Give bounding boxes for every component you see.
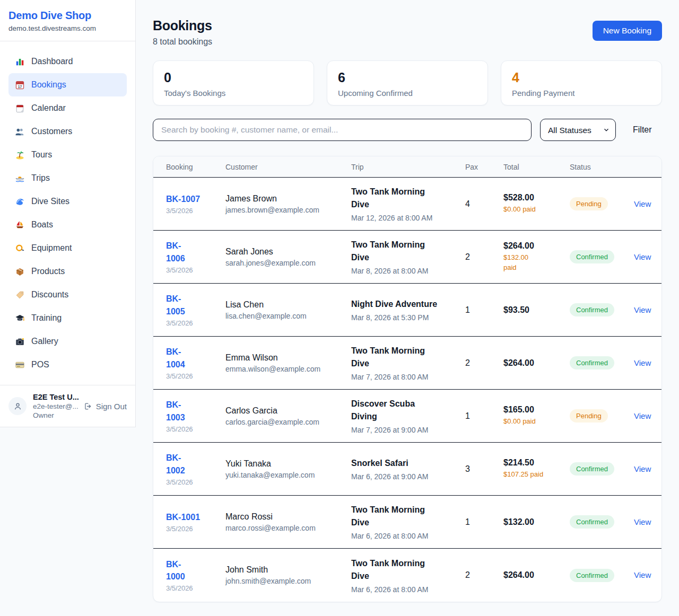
sidebar-item-trips[interactable]: Trips <box>8 166 127 190</box>
sidebar-item-label: Trips <box>31 173 50 183</box>
view-link[interactable]: View <box>634 464 651 473</box>
trip-cell: Two Tank Morning Dive Mar 12, 2026 at 8:… <box>351 186 465 222</box>
pax-count: 2 <box>465 570 503 580</box>
sidebar-item-products[interactable]: Products <box>8 260 127 283</box>
stat-label: Upcoming Confirmed <box>338 89 477 98</box>
sidebar-item-label: Tours <box>31 150 52 160</box>
trip-datetime: Mar 8, 2026 at 8:00 AM <box>351 267 465 275</box>
sidebar-item-label: Customers <box>31 127 72 136</box>
status-badge: Confirmed <box>570 515 614 529</box>
sidebar-item-boats[interactable]: Boats <box>8 213 127 236</box>
sidebar-item-label: Products <box>31 267 65 276</box>
filter-button[interactable]: Filter <box>624 125 660 135</box>
pax-count: 1 <box>465 411 503 421</box>
total-cell: $264.00 $132.00 paid <box>503 241 570 273</box>
sidebar-item-dashboard[interactable]: Dashboard <box>8 50 127 73</box>
total-cell: $264.00 <box>503 570 570 580</box>
sidebar-item-bookings[interactable]: Bookings <box>8 73 127 96</box>
total-cell: $165.00 $0.00 paid <box>503 405 570 427</box>
search-input[interactable] <box>153 119 532 141</box>
sidebar-item-tours[interactable]: Tours <box>8 143 127 166</box>
trip-cell: Snorkel Safari Mar 6, 2026 at 9:00 AM <box>351 457 465 481</box>
stat-label: Pending Payment <box>512 89 651 98</box>
user-name: E2E Test U... <box>33 393 77 401</box>
view-link[interactable]: View <box>634 517 651 526</box>
total-amount: $165.00 <box>503 405 570 415</box>
booking-date: 3/5/2026 <box>166 425 225 433</box>
sidebar-item-label: Bookings <box>31 80 66 90</box>
customer-cell: Sarah Jones sarah.jones@example.com <box>225 247 351 267</box>
sidebar-item-label: Dashboard <box>31 57 73 66</box>
trip-datetime: Mar 7, 2026 at 9:00 AM <box>351 426 465 434</box>
view-link[interactable]: View <box>634 252 651 261</box>
booking-id-link[interactable]: BK- 1006 <box>166 240 225 264</box>
customer-email: yuki.tanaka@example.com <box>225 471 351 479</box>
total-amount: $93.50 <box>503 305 570 315</box>
stat-card-upcoming-confirmed: 6 Upcoming Confirmed <box>327 60 488 105</box>
total-cell: $93.50 <box>503 305 570 315</box>
table-row: BK- 1004 3/5/2026 Emma Wilson emma.wilso… <box>153 337 661 390</box>
booking-id-link[interactable]: BK- 1000 <box>166 558 225 583</box>
booking-cell: BK- 1002 3/5/2026 <box>166 452 225 486</box>
sidebar-item-pos[interactable]: POS <box>8 353 127 376</box>
booking-id-link[interactable]: BK- 1002 <box>166 452 225 476</box>
trip-name: Two Tank Morning Dive <box>351 557 465 583</box>
table-row: BK- 1002 3/5/2026 Yuki Tanaka yuki.tanak… <box>153 443 661 496</box>
trip-datetime: Mar 6, 2026 at 8:00 AM <box>351 532 465 540</box>
customer-email: marco.rossi@example.com <box>225 524 351 532</box>
booking-calendar-icon <box>15 80 25 90</box>
booking-id-link[interactable]: BK-1001 <box>166 511 225 523</box>
sidebar-item-label: Dive Sites <box>31 197 69 206</box>
trip-datetime: Mar 8, 2026 at 5:30 PM <box>351 313 465 322</box>
new-booking-button[interactable]: New Booking <box>593 21 662 41</box>
calendar-icon <box>15 103 25 113</box>
booking-id-link[interactable]: BK- 1005 <box>166 293 225 317</box>
view-link[interactable]: View <box>634 358 651 367</box>
booking-cell: BK- 1006 3/5/2026 <box>166 240 225 274</box>
booking-date: 3/5/2026 <box>166 319 225 327</box>
customer-name: Marco Rossi <box>225 512 351 522</box>
table-row: BK-1007 3/5/2026 James Brown james.brown… <box>153 178 661 231</box>
camera-icon <box>15 337 25 347</box>
status-cell: Pending <box>570 197 634 210</box>
customer-email: sarah.jones@example.com <box>225 259 351 267</box>
booking-id-link[interactable]: BK-1007 <box>166 193 225 205</box>
trip-datetime: Mar 6, 2026 at 9:00 AM <box>351 472 465 481</box>
sidebar-item-label: Training <box>31 313 62 323</box>
view-link[interactable]: View <box>634 305 651 314</box>
status-select[interactable]: All Statuses <box>540 119 616 141</box>
sidebar-item-equipment[interactable]: Equipment <box>8 236 127 260</box>
sidebar-item-label: Discounts <box>31 290 68 300</box>
sidebar-item-dive-sites[interactable]: Dive Sites <box>8 190 127 213</box>
sidebar-item-discounts[interactable]: Discounts <box>8 283 127 306</box>
sidebar-user-footer: E2E Test U... e2e-tester@... Owner Sign … <box>0 385 135 427</box>
pax-count: 2 <box>465 358 503 368</box>
table-row: BK-1001 3/5/2026 Marco Rossi marco.rossi… <box>153 496 661 549</box>
table-body: BK-1007 3/5/2026 James Brown james.brown… <box>153 178 661 602</box>
status-badge: Pending <box>570 197 608 210</box>
booking-id-link[interactable]: BK- 1004 <box>166 346 225 370</box>
booking-id-link[interactable]: BK- 1003 <box>166 399 225 423</box>
stat-value: 6 <box>338 70 477 85</box>
pax-count: 1 <box>465 517 503 527</box>
sidebar-item-gallery[interactable]: Gallery <box>8 330 127 353</box>
sidebar-item-label: Calendar <box>31 103 66 113</box>
booking-date: 3/5/2026 <box>166 584 225 592</box>
booking-date: 3/5/2026 <box>166 525 225 533</box>
column-header-booking: Booking <box>166 163 225 171</box>
status-badge: Confirmed <box>570 250 614 263</box>
booking-cell: BK- 1003 3/5/2026 <box>166 399 225 433</box>
customer-cell: Carlos Garcia carlos.garcia@example.com <box>225 406 351 426</box>
pax-count: 2 <box>465 252 503 262</box>
customer-name: Sarah Jones <box>225 247 351 257</box>
sidebar-item-customers[interactable]: Customers <box>8 120 127 143</box>
sidebar-item-training[interactable]: Training <box>8 306 127 330</box>
view-link[interactable]: View <box>634 570 651 579</box>
customer-cell: Marco Rossi marco.rossi@example.com <box>225 512 351 532</box>
view-link[interactable]: View <box>634 199 651 208</box>
customer-email: john.smith@example.com <box>225 577 351 585</box>
sign-out-button[interactable]: Sign Out <box>83 402 127 411</box>
sidebar-item-calendar[interactable]: Calendar <box>8 96 127 120</box>
view-link[interactable]: View <box>634 411 651 420</box>
customer-email: carlos.garcia@example.com <box>225 418 351 426</box>
